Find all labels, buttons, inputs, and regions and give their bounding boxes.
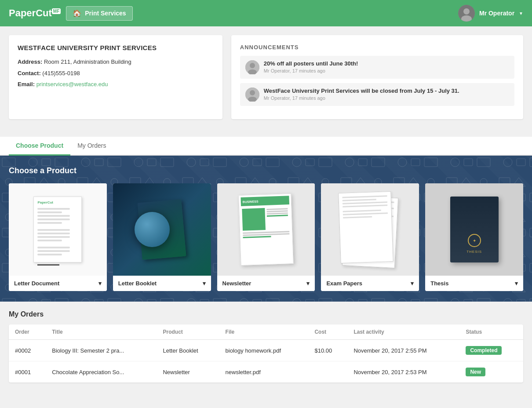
user-name: Mr Operator <box>479 10 514 17</box>
product-card-letter-booklet[interactable]: Letter Booklet ▾ <box>113 183 211 291</box>
product-image-newsletter: BUSINESS <box>217 183 315 276</box>
contact-line: Contact: (415)555-0198 <box>18 69 214 78</box>
announcement-avatar <box>245 87 259 102</box>
order-status: Completed <box>459 340 523 361</box>
order-status: New <box>459 361 523 383</box>
announcement-item-1: WestFace University Print Services will … <box>240 83 514 106</box>
col-last-activity: Last activity <box>347 324 459 340</box>
order-title: Chocolate Appreciation So... <box>46 361 157 383</box>
order-number: #0001 <box>9 361 46 383</box>
product-label-exam-papers: Exam Papers ▾ <box>321 276 419 291</box>
info-title: WESTFACE UNIVERSITY PRINT SERVICES <box>18 44 214 51</box>
order-number: #0002 <box>9 340 46 361</box>
chevron-down-icon: ▾ <box>306 280 310 287</box>
announcement-content: 20% off all posters until June 30th! Mr … <box>264 60 358 73</box>
table-row: #0001 Chocolate Appreciation So... Newsl… <box>9 361 523 383</box>
tabs-bar: Choose Product My Orders <box>0 137 532 156</box>
product-section-title: Choose a Product <box>9 166 523 175</box>
order-product: Newsletter <box>157 361 219 383</box>
announcement-text: WestFace University Print Services will … <box>264 87 459 94</box>
chevron-down-icon: ▾ <box>515 280 518 287</box>
col-file: File <box>219 324 309 340</box>
announcements-card: ANNOUNCEMENTS 20% off all posters until … <box>231 35 523 119</box>
product-label-letter-document: Letter Document ▾ <box>9 276 107 291</box>
logo: PaperCutMF <box>9 7 61 19</box>
announcements-title: ANNOUNCEMENTS <box>240 44 514 51</box>
col-order: Order <box>9 324 46 340</box>
announcement-content: WestFace University Print Services will … <box>264 87 459 101</box>
product-label-letter-booklet: Letter Booklet ▾ <box>113 276 211 291</box>
chevron-down-icon: ▾ <box>411 280 414 287</box>
orders-table: Order Title Product File Cost Last activ… <box>9 324 523 382</box>
app-header: PaperCutMF 🏠 Print Services Mr Operator … <box>0 0 532 26</box>
email-link[interactable]: printservices@westface.edu <box>36 81 108 87</box>
product-image-letter-booklet <box>113 183 211 276</box>
status-badge: Completed <box>466 346 502 355</box>
orders-table-head: Order Title Product File Cost Last activ… <box>9 324 523 340</box>
thesis-simulation: ✦ THESIS <box>450 197 499 262</box>
svg-point-7 <box>250 90 255 95</box>
order-title: Biology III: Semester 2 pra... <box>46 340 157 361</box>
order-product: Letter Booklet <box>157 340 219 361</box>
orders-title: My Orders <box>9 310 523 318</box>
order-cost <box>308 361 347 383</box>
col-product: Product <box>157 324 219 340</box>
tab-my-orders[interactable]: My Orders <box>70 137 113 156</box>
svg-point-4 <box>250 63 255 68</box>
caret-down-icon: ▼ <box>519 11 523 16</box>
product-image-letter-document: PaperCut <box>9 183 107 276</box>
announcement-item-0: 20% off all posters until June 30th! Mr … <box>240 56 514 79</box>
product-card-letter-document[interactable]: PaperCut <box>9 183 107 291</box>
orders-table-body: #0002 Biology III: Semester 2 pra... Let… <box>9 340 523 383</box>
product-card-newsletter[interactable]: BUSINESS <box>217 183 315 291</box>
order-file: newsletter.pdf <box>219 361 309 383</box>
info-card: WESTFACE UNIVERSITY PRINT SERVICES Addre… <box>9 35 222 119</box>
logo-mf-badge: MF <box>52 8 61 14</box>
avatar-image <box>458 5 475 22</box>
user-menu[interactable]: Mr Operator ▼ <box>458 5 523 22</box>
order-cost: $10.00 <box>308 340 347 361</box>
email-line: Email: printservices@westface.edu <box>18 80 214 89</box>
announcement-meta: Mr Operator, 17 minutes ago <box>264 68 358 73</box>
svg-point-1 <box>463 8 470 15</box>
product-card-exam-papers[interactable]: Exam Papers ▾ <box>321 183 419 291</box>
product-card-thesis[interactable]: ✦ THESIS Thesis ▾ <box>425 183 523 291</box>
order-file: biology homework.pdf <box>219 340 309 361</box>
print-services-label: Print Services <box>85 10 126 17</box>
top-row: WESTFACE UNIVERSITY PRINT SERVICES Addre… <box>9 35 523 119</box>
status-badge: New <box>466 368 485 376</box>
product-label-newsletter: Newsletter ▾ <box>217 276 315 291</box>
address-line: Address: Room 211, Administration Buildi… <box>18 58 214 66</box>
product-section: Choose a Product PaperCut <box>0 156 532 302</box>
orders-table-header-row: Order Title Product File Cost Last activ… <box>9 324 523 340</box>
doc-simulation: PaperCut <box>33 197 82 262</box>
announcement-meta: Mr Operator, 17 minutes ago <box>264 95 459 101</box>
order-last-activity: November 20, 2017 2:55 PM <box>347 340 459 361</box>
announcement-text: 20% off all posters until June 30th! <box>264 60 358 67</box>
tab-choose-product[interactable]: Choose Product <box>9 137 70 156</box>
product-label-thesis: Thesis ▾ <box>425 276 523 291</box>
products-row: PaperCut <box>9 183 523 291</box>
avatar <box>458 5 475 22</box>
print-services-button[interactable]: 🏠 Print Services <box>66 6 132 21</box>
col-status: Status <box>459 324 523 340</box>
header-left: PaperCutMF 🏠 Print Services <box>9 6 133 21</box>
main-content: WESTFACE UNIVERSITY PRINT SERVICES Addre… <box>0 26 532 137</box>
product-image-exam-papers <box>321 183 419 276</box>
col-cost: Cost <box>308 324 347 340</box>
orders-section: My Orders Order Title Product File Cost … <box>0 302 532 391</box>
order-last-activity: November 20, 2017 2:53 PM <box>347 361 459 383</box>
chevron-down-icon: ▾ <box>203 280 206 287</box>
table-row: #0002 Biology III: Semester 2 pra... Let… <box>9 340 523 361</box>
chevron-down-icon: ▾ <box>98 280 102 287</box>
announcements-list: 20% off all posters until June 30th! Mr … <box>240 56 514 106</box>
product-image-thesis: ✦ THESIS <box>425 183 523 276</box>
booklet-simulation <box>113 183 211 276</box>
logo-papercut: PaperCutMF <box>9 7 61 19</box>
announcement-avatar <box>245 60 259 74</box>
col-title: Title <box>46 324 157 340</box>
home-icon: 🏠 <box>73 9 81 18</box>
